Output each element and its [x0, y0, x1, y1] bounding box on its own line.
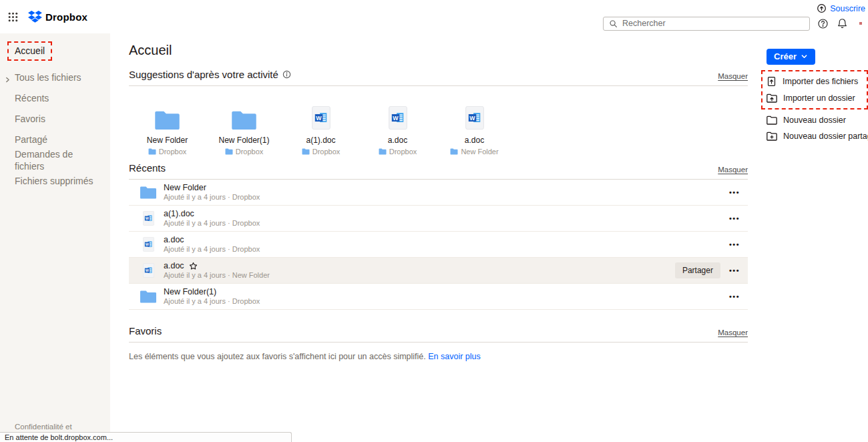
card-name: a(1).doc [306, 136, 335, 145]
suggestions-hide-link[interactable]: Masquer [718, 72, 748, 80]
row-text: New Folder(1)Ajouté il y a 4 jours · Dro… [164, 287, 260, 306]
file-upload-icon [767, 76, 777, 87]
card-location-label: Dropbox [312, 148, 341, 156]
word-doc-icon: W [465, 106, 484, 130]
sidebar-item-partag[interactable]: Partagé [15, 134, 98, 146]
star-icon[interactable] [189, 262, 198, 270]
folder-mini-icon [148, 148, 156, 155]
sidebar-item-label: Récents [15, 93, 49, 103]
search-input[interactable] [622, 19, 804, 28]
upgrade-circle-icon [817, 3, 827, 13]
suggestion-card-a-doc[interactable]: Wa.docNew Folder [436, 95, 513, 156]
action-importer-des-fichiers[interactable]: Importer des fichiers [767, 73, 863, 90]
row-name: New Folder(1) [164, 287, 216, 297]
search-bar[interactable] [603, 17, 810, 31]
sidebar-item-label: Accueil [7, 41, 52, 61]
more-options-icon[interactable]: ••• [729, 267, 740, 274]
sidebar-item-tous-les-fichiers[interactable]: Tous les fichiers [15, 71, 98, 83]
word-doc-icon: W [143, 237, 154, 252]
folder-icon [140, 186, 156, 199]
suggestion-card-new-folder[interactable]: New FolderDropbox [129, 95, 206, 156]
main-content: Accueil Suggestions d'après votre activi… [129, 33, 748, 361]
info-circle-icon[interactable] [282, 70, 291, 79]
row-text: a.docAjouté il y a 4 jours · New Folder [164, 261, 270, 280]
card-location-label: Dropbox [159, 148, 187, 156]
row-meta: Ajouté il y a 4 jours · Dropbox [164, 245, 260, 254]
action-list: Importer des fichiersImporter un dossier… [767, 70, 868, 144]
row-text: New FolderAjouté il y a 4 jours · Dropbo… [164, 183, 260, 202]
recent-row-new-folder-1[interactable]: New Folder(1)Ajouté il y a 4 jours · Dro… [129, 284, 748, 310]
more-options-icon[interactable]: ••• [729, 215, 740, 222]
recents-header: Récents Masquer [129, 162, 748, 180]
learn-more-link[interactable]: En savoir plus [428, 352, 481, 361]
word-doc-icon: W [143, 211, 154, 226]
favorites-title: Favoris [129, 325, 162, 337]
action-importer-un-dossier[interactable]: Importer un dossier [767, 90, 863, 106]
recent-row-new-folder[interactable]: New FolderAjouté il y a 4 jours · Dropbo… [129, 180, 748, 206]
more-options-icon[interactable]: ••• [729, 293, 740, 300]
sidebar-item-label: Favoris [15, 114, 45, 124]
recent-row-a-1-doc[interactable]: Wa(1).docAjouté il y a 4 jours · Dropbox… [129, 206, 748, 232]
action-nouveau-dossier[interactable]: Nouveau dossier [767, 112, 868, 128]
suggestions-header: Suggestions d'après votre activité Masqu… [129, 69, 748, 86]
action-label: Nouveau dossier partagé [783, 132, 868, 141]
folder-upload-icon [767, 93, 777, 103]
row-name: a(1).doc [164, 209, 194, 219]
svg-text:W: W [393, 115, 399, 122]
svg-text:W: W [469, 115, 475, 122]
bell-icon[interactable] [836, 17, 849, 30]
card-location-label: Dropbox [389, 148, 417, 156]
create-button-label: Créer [774, 51, 797, 61]
card-location: New Folder [450, 148, 498, 156]
favorites-empty-text: Les éléments que vous ajoutez aux favori… [129, 352, 748, 361]
suggestions-title: Suggestions d'après votre activité [129, 69, 291, 80]
card-location-label: Dropbox [236, 148, 264, 156]
row-text: a(1).docAjouté il y a 4 jours · Dropbox [164, 209, 260, 228]
suggestion-card-new-folder-1[interactable]: New Folder(1)Dropbox [206, 95, 282, 156]
row-text: a.docAjouté il y a 4 jours · Dropbox [164, 235, 260, 254]
suggestions-title-text: Suggestions d'après votre activité [129, 69, 278, 80]
action-label: Nouveau dossier [783, 116, 846, 125]
suggestion-card-a-1-doc[interactable]: Wa(1).docDropbox [282, 95, 359, 156]
chevron-right-icon[interactable] [5, 77, 11, 83]
sidebar-item-demandes-de-fichiers[interactable]: Demandes de fichiers [15, 148, 98, 172]
help-icon[interactable] [817, 17, 829, 30]
search-icon [609, 19, 618, 28]
favorites-hide-link[interactable]: Masquer [718, 328, 748, 337]
subscribe-link[interactable]: Souscrire [817, 3, 865, 13]
recent-row-a-doc[interactable]: Wa.docAjouté il y a 4 jours · Dropbox••• [129, 232, 748, 258]
row-name: a.doc [164, 261, 184, 271]
card-location: Dropbox [225, 148, 264, 156]
recent-row-a-doc[interactable]: Wa.docAjouté il y a 4 jours · New Folder… [129, 258, 748, 284]
folder-mini-icon [225, 148, 233, 155]
action-nouveau-dossier-partag[interactable]: Nouveau dossier partagé [767, 128, 868, 144]
page-title: Accueil [129, 43, 748, 58]
top-header: Dropbox Souscrire [0, 0, 868, 33]
more-options-icon[interactable]: ••• [729, 189, 740, 196]
create-button[interactable]: Créer [767, 49, 815, 65]
share-button[interactable]: Partager [675, 262, 720, 278]
action-label: Importer des fichiers [783, 77, 858, 86]
action-label: Importer un dossier [783, 93, 855, 103]
folder-mini-icon [450, 148, 458, 155]
svg-text:W: W [316, 115, 322, 122]
dropbox-logo[interactable]: Dropbox [28, 11, 87, 23]
folder-mini-icon [379, 148, 387, 155]
sidebar-item-favoris[interactable]: Favoris [15, 113, 98, 125]
avatar[interactable] [855, 16, 868, 31]
chevron-down-icon [801, 53, 808, 60]
sidebar-nav: AccueilTous les fichiersRécentsFavorisPa… [0, 33, 110, 187]
suggestion-card-a-doc[interactable]: Wa.docDropbox [359, 95, 436, 156]
recents-title: Récents [129, 162, 166, 174]
sidebar-item-label: Partagé [15, 134, 47, 145]
sidebar-item-r-cents[interactable]: Récents [15, 92, 98, 104]
row-name: a.doc [164, 235, 184, 245]
card-location-label: New Folder [461, 148, 498, 156]
folder-outline-icon [767, 116, 777, 125]
card-name: a.doc [465, 136, 484, 145]
sidebar-item-accueil[interactable]: Accueil [15, 41, 98, 61]
more-options-icon[interactable]: ••• [729, 241, 740, 248]
recents-hide-link[interactable]: Masquer [718, 166, 748, 174]
sidebar-item-fichiers-supprim-s[interactable]: Fichiers supprimés [15, 175, 98, 187]
apps-grid-icon[interactable] [7, 11, 19, 23]
